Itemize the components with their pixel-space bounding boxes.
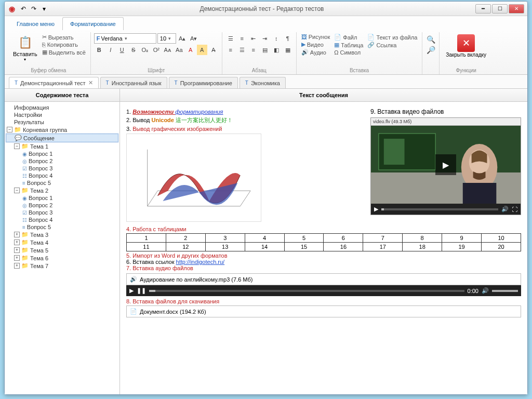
tree-item-message[interactable]: 💬Сообщение: [6, 134, 118, 142]
tree-item-theme7[interactable]: +📁Тема 7: [6, 262, 118, 270]
tree-item-q5[interactable]: ≡Вопрос 5: [6, 179, 118, 187]
insert-table-button[interactable]: ▦Таблица: [332, 41, 365, 49]
editor-body[interactable]: 1. Возможности форматирования 2. Вывод U…: [120, 102, 527, 394]
bullets-button[interactable]: ☰: [225, 33, 236, 44]
subscript-button[interactable]: O₂: [140, 45, 150, 55]
strike-button[interactable]: S: [128, 45, 139, 55]
volume-slider[interactable]: [492, 290, 518, 292]
qat-dropdown-icon[interactable]: ▾: [40, 5, 48, 13]
insert-file-button[interactable]: 📄Файл: [332, 33, 365, 41]
insert-symbol-button[interactable]: ΩСимвол: [332, 49, 365, 56]
tree-item-q4[interactable]: ☷Вопрос 4: [6, 216, 118, 223]
align-right-button[interactable]: ≡: [248, 45, 259, 55]
fullscreen-icon[interactable]: ⛶: [512, 206, 517, 212]
menu-formatting[interactable]: Форматирование: [62, 17, 124, 30]
redo-icon[interactable]: ↷: [30, 5, 38, 13]
collapse-icon[interactable]: −: [14, 188, 20, 193]
play-button[interactable]: ▶: [374, 206, 378, 212]
insert-video-button[interactable]: ▶Видео: [300, 41, 332, 48]
tree-item-theme6[interactable]: +📁Тема 6: [6, 254, 118, 262]
tree-item-theme1[interactable]: −📁Тема 1: [6, 142, 118, 150]
expand-icon[interactable]: +: [14, 255, 20, 261]
expand-icon[interactable]: +: [14, 240, 20, 245]
underline-button[interactable]: U: [117, 45, 127, 55]
tree-item-settings[interactable]: Настройки: [6, 111, 118, 118]
font-color-button[interactable]: A: [185, 45, 196, 55]
font-size-select[interactable]: 10: [157, 33, 176, 44]
demo-link[interactable]: http://indigotech.ru/: [176, 259, 225, 265]
play-icon[interactable]: ▶: [435, 154, 456, 175]
tree-item-q3[interactable]: ☑Вопрос 3: [6, 165, 118, 172]
insert-text-from-file-button[interactable]: 📄Текст из файла: [366, 33, 419, 41]
outdent-button[interactable]: ⇤: [248, 33, 259, 44]
tree-item-q2[interactable]: ◎Вопрос 2: [6, 157, 118, 165]
expand-icon[interactable]: +: [14, 247, 20, 253]
insert-image-button[interactable]: 🖼Рисунок: [300, 33, 332, 41]
undo-icon[interactable]: ↶: [19, 5, 28, 13]
tree-item-q4[interactable]: ☷Вопрос 4: [6, 172, 118, 179]
align-left-button[interactable]: ≡: [225, 45, 236, 55]
video-frame[interactable]: ▶: [371, 126, 521, 204]
tree-item-theme5[interactable]: +📁Тема 5: [6, 246, 118, 254]
paste-dropdown-icon[interactable]: ▾: [24, 57, 26, 62]
align-center-button[interactable]: ☰: [237, 45, 247, 55]
expand-icon[interactable]: +: [14, 232, 20, 237]
minimize-button[interactable]: ━: [475, 4, 491, 14]
close-window-button[interactable]: ✕: [509, 4, 524, 14]
grow-font-button[interactable]: A▴: [177, 33, 188, 44]
expand-icon[interactable]: +: [14, 263, 20, 269]
volume-icon[interactable]: 🔊: [501, 206, 509, 212]
highlight-button[interactable]: A: [197, 45, 207, 55]
tree-item-info[interactable]: Информация: [6, 104, 118, 111]
audio-progress[interactable]: [149, 290, 464, 292]
numbering-button[interactable]: ≡: [237, 33, 247, 44]
justify-button[interactable]: ▤: [260, 45, 270, 55]
tab-programming[interactable]: TПрограммирование: [169, 77, 238, 88]
italic-button[interactable]: I: [105, 45, 116, 55]
line-spacing-button[interactable]: ↕: [271, 33, 282, 44]
file-attachment[interactable]: 📄Документ.docx (194.2 Кб): [126, 305, 521, 317]
collapse-icon[interactable]: −: [7, 127, 12, 132]
clear-format-button[interactable]: A̶: [208, 45, 219, 55]
insert-audio-button[interactable]: 🔊Аудио: [300, 48, 332, 56]
replace-button[interactable]: 🔎: [425, 45, 436, 55]
show-marks-button[interactable]: ¶: [283, 33, 293, 44]
find-button[interactable]: 🔍: [425, 34, 436, 45]
shrink-font-button[interactable]: A▾: [189, 33, 199, 44]
pause-button[interactable]: ❚❚: [137, 287, 146, 294]
tree-item-theme2[interactable]: −📁Тема 2: [6, 187, 118, 194]
smallcaps-button[interactable]: Aᴀ: [163, 45, 173, 55]
font-family-select[interactable]: FVerdana: [94, 33, 156, 44]
tree-item-theme4[interactable]: +📁Тема 4: [6, 238, 118, 246]
superscript-button[interactable]: O²: [151, 45, 162, 55]
tree-item-results[interactable]: Результаты: [6, 118, 118, 126]
video-progress[interactable]: [381, 208, 498, 210]
select-all-button[interactable]: ▦Выделить всё: [41, 48, 87, 56]
maximize-button[interactable]: ☐: [492, 4, 508, 14]
borders-button[interactable]: ▦: [283, 45, 293, 55]
play-button[interactable]: ▶: [129, 287, 134, 294]
collapse-icon[interactable]: −: [14, 143, 20, 149]
volume-icon[interactable]: 🔊: [482, 287, 489, 294]
tree-item-q3[interactable]: ☑Вопрос 3: [6, 209, 118, 216]
tree-item-q1[interactable]: ◉Вопрос 1: [6, 150, 118, 157]
indent-button[interactable]: ⇥: [260, 33, 270, 44]
tree-item-root-group[interactable]: −📁Корневая группа: [6, 126, 118, 134]
close-tab-button[interactable]: ✕ Закрыть вкладку: [443, 33, 489, 59]
tab-economics[interactable]: TЭкономика: [240, 77, 286, 88]
tree-item-q2[interactable]: ◎Вопрос 2: [6, 202, 118, 209]
tab-demo-test[interactable]: T Демонстрационный тест ✕: [9, 77, 99, 88]
tree-item-q5[interactable]: ≡Вопрос 5: [6, 223, 118, 231]
paste-button[interactable]: 📋 Вставить ▾: [10, 33, 41, 63]
copy-button[interactable]: ⎘Копировать: [41, 41, 87, 48]
bold-button[interactable]: B: [94, 45, 104, 55]
tab-foreign-lang[interactable]: TИностранный язык: [100, 77, 167, 88]
cut-button[interactable]: ✂Вырезать: [41, 33, 87, 41]
menu-main[interactable]: Главное меню: [9, 17, 62, 30]
shading-button[interactable]: ◧: [271, 45, 282, 55]
tree-item-q1[interactable]: ◉Вопрос 1: [6, 194, 118, 202]
close-icon[interactable]: ✕: [88, 79, 93, 86]
insert-link-button[interactable]: 🔗Ссылка: [366, 41, 419, 49]
case-button[interactable]: Aa: [174, 45, 184, 55]
tree-item-theme3[interactable]: +📁Тема 3: [6, 231, 118, 238]
